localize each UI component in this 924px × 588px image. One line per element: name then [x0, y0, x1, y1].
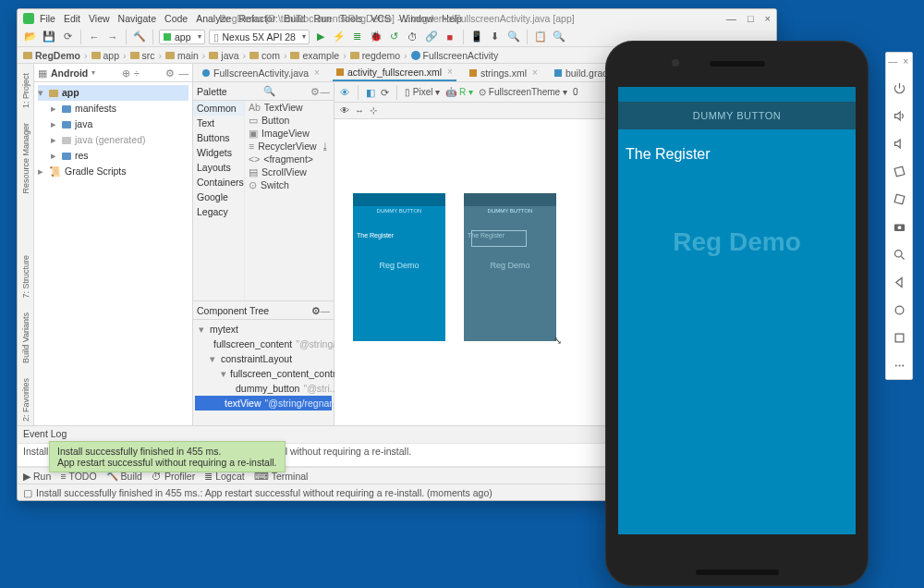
volume-up-icon[interactable] — [889, 105, 909, 126]
back-icon[interactable]: ← — [87, 30, 102, 44]
emulator-close-button[interactable]: × — [903, 56, 908, 67]
tree-node-gradle[interactable]: ▸📜Gradle Scripts — [38, 164, 188, 179]
window-minimize-button[interactable]: — — [726, 13, 736, 24]
coverage-icon[interactable]: ↺ — [387, 30, 402, 44]
sync-icon[interactable]: ⟳ — [60, 30, 75, 44]
hide-tool-windows-icon[interactable]: ▢ — [23, 487, 32, 498]
sdk-manager-icon[interactable]: ⬇ — [488, 30, 503, 44]
gutter-tab-structure[interactable]: 7: Structure — [21, 251, 30, 302]
home-nav-icon[interactable] — [889, 300, 909, 320]
breadcrumb-item[interactable]: RegDemo — [23, 50, 80, 61]
screenshot-icon[interactable] — [889, 216, 909, 237]
api-dropdown[interactable]: 🤖 R ▾ — [445, 87, 473, 97]
power-icon[interactable] — [889, 78, 909, 98]
tree-node[interactable]: ▸res — [38, 148, 188, 164]
save-icon[interactable]: 💾 — [42, 30, 56, 44]
eye-icon[interactable]: 👁 — [340, 87, 350, 98]
locale-dropdown[interactable]: 0 — [573, 87, 578, 97]
palette-cat[interactable]: Buttons — [193, 130, 244, 145]
close-icon[interactable]: × — [314, 67, 320, 78]
selection-rect[interactable] — [471, 230, 527, 247]
menu-code[interactable]: Code — [164, 13, 188, 24]
menu-tools[interactable]: Tools — [340, 13, 363, 24]
menu-run[interactable]: Run — [314, 13, 332, 24]
gear-icon[interactable]: ⚙ — [311, 305, 321, 316]
tree-node[interactable]: ▸java — [38, 116, 188, 132]
download-icon[interactable]: ⭳ — [321, 141, 331, 152]
palette-item[interactable]: ⊙Switch — [245, 178, 334, 191]
profiler-icon[interactable]: ⏱ — [406, 30, 420, 44]
component-tree-row[interactable]: ▾constraintLayout — [195, 351, 332, 366]
editor-tab[interactable]: strings.xml× — [466, 66, 541, 80]
gear-icon[interactable]: ⚙ — [310, 86, 320, 97]
back-nav-icon[interactable] — [889, 272, 909, 292]
more-icon[interactable] — [889, 355, 909, 375]
search-icon[interactable]: 🔍 — [552, 30, 566, 44]
palette-cat[interactable]: Legacy — [193, 204, 244, 219]
close-icon[interactable]: × — [532, 67, 538, 78]
apply-code-icon[interactable]: ≣ — [350, 30, 365, 44]
gutter-tab-favorites[interactable]: 2: Favorites — [21, 374, 30, 425]
tree-node[interactable]: ▸java (generated) — [38, 132, 188, 148]
attach-debugger-icon[interactable]: 🔗 — [424, 30, 439, 44]
close-icon[interactable]: × — [447, 67, 453, 77]
component-tree-row[interactable]: dummy_button "@stri... — [195, 381, 332, 396]
breadcrumb-item[interactable]: main — [165, 50, 199, 61]
project-structure-icon[interactable]: 📋 — [533, 30, 548, 44]
dummy-button[interactable]: DUMMY BUTTON — [618, 102, 856, 129]
stop-icon[interactable]: ■ — [443, 30, 457, 44]
palette-cat[interactable]: Layouts — [193, 160, 244, 175]
tree-node-app[interactable]: ▾app — [38, 85, 188, 101]
menu-edit[interactable]: Edit — [64, 13, 80, 24]
editor-tab[interactable]: FullscreenActivity.java× — [199, 66, 323, 80]
open-icon[interactable]: 📂 — [23, 30, 38, 44]
menu-build[interactable]: Build — [284, 13, 305, 24]
gutter-tab-resource-manager[interactable]: Resource Manager — [21, 119, 30, 198]
palette-item[interactable]: ≡RecyclerView⭳ — [245, 140, 334, 153]
menu-help[interactable]: Help — [442, 13, 462, 24]
constraint-tool-icon[interactable]: ⊹ — [370, 105, 377, 116]
breadcrumb-item[interactable]: java — [209, 50, 238, 61]
orientation-icon[interactable]: ⟳ — [381, 87, 389, 98]
tab-run[interactable]: ▶ Run — [23, 470, 51, 482]
palette-cat[interactable]: Text — [193, 116, 244, 130]
rotate-left-icon[interactable] — [889, 161, 909, 181]
apply-changes-icon[interactable]: ⚡ — [332, 30, 346, 44]
palette-item[interactable]: ▣ImageView — [245, 127, 334, 140]
theme-dropdown[interactable]: ⊙ FullscreenTheme ▾ — [479, 87, 567, 97]
breadcrumb-item[interactable]: src — [130, 50, 155, 61]
resize-handle-icon[interactable]: ⤡ — [553, 335, 562, 347]
build-hammer-icon[interactable]: 🔨 — [132, 30, 147, 44]
palette-cat[interactable]: Containers — [193, 175, 244, 190]
run-config-dropdown[interactable]: app — [159, 30, 205, 44]
palette-item[interactable]: ▭Button — [245, 114, 334, 127]
select-tool-icon[interactable]: 👁 — [340, 105, 349, 116]
breadcrumb-item[interactable]: app — [91, 50, 120, 61]
breadcrumb-item[interactable]: regdemo — [350, 50, 400, 61]
emulator-minimize-button[interactable]: — — [888, 56, 897, 67]
design-preview[interactable]: DUMMY BUTTON The Register Reg Demo — [353, 193, 445, 341]
gutter-tab-project[interactable]: 1: Project — [21, 69, 30, 112]
device-dropdown[interactable]: ▯Nexus 5X API 28 — [209, 30, 310, 44]
pan-tool-icon[interactable]: ↔ — [355, 105, 364, 116]
component-tree-row[interactable]: ▾mytext — [195, 322, 332, 337]
editor-tab[interactable]: activity_fullscreen.xml× — [333, 65, 456, 81]
component-tree-row[interactable]: ▾fullscreen_content_controls — [195, 366, 332, 381]
avd-manager-icon[interactable]: 📱 — [469, 30, 484, 44]
emulator-screen[interactable]: DUMMY BUTTON The Register Reg Demo — [618, 87, 856, 534]
gutter-tab-build-variants[interactable]: Build Variants — [21, 309, 30, 367]
palette-cat[interactable]: Widgets — [193, 145, 244, 160]
palette-item[interactable]: AbTextView — [245, 101, 334, 114]
overview-nav-icon[interactable] — [889, 327, 909, 348]
component-tree-row[interactable]: fullscreen_content "@string/r... — [195, 337, 332, 351]
palette-cat[interactable]: Common — [193, 101, 244, 116]
layout-inspector-icon[interactable]: 🔍 — [506, 30, 521, 44]
palette-cat[interactable]: Google — [193, 190, 244, 204]
menu-analyze[interactable]: Analyze — [196, 13, 230, 24]
gear-icon[interactable]: ⚙ — [165, 67, 175, 79]
forward-icon[interactable]: → — [105, 30, 120, 44]
window-maximize-button[interactable]: □ — [748, 13, 754, 24]
target-icon[interactable]: ⊕ — [122, 67, 130, 79]
palette-item[interactable]: ▤ScrollView — [245, 165, 334, 178]
zoom-icon[interactable] — [889, 244, 909, 264]
